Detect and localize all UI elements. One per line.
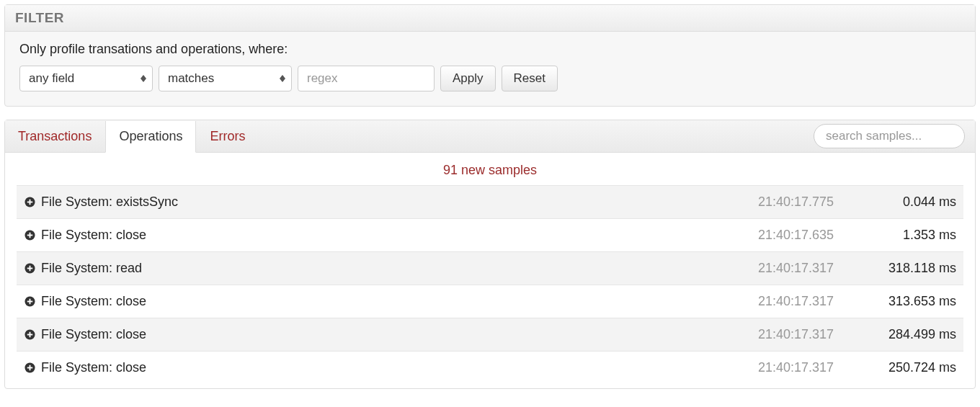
filter-field-select[interactable]: any field bbox=[19, 66, 153, 91]
search-samples-input[interactable] bbox=[814, 124, 965, 148]
expand-icon[interactable] bbox=[24, 263, 35, 274]
operation-row[interactable]: File System: close 21:40:17.317 250.724 … bbox=[17, 351, 963, 384]
filter-match-value: matches bbox=[168, 71, 214, 86]
expand-icon[interactable] bbox=[24, 197, 35, 208]
expand-icon[interactable] bbox=[24, 329, 35, 341]
operation-name: File System: close bbox=[41, 228, 726, 243]
operation-timestamp: 21:40:17.317 bbox=[726, 327, 855, 342]
tab-errors[interactable]: Errors bbox=[196, 121, 259, 152]
operation-duration: 1.353 ms bbox=[855, 228, 956, 243]
svg-rect-12 bbox=[29, 266, 30, 272]
filter-description: Only profile transations and operations,… bbox=[19, 42, 961, 57]
new-samples-banner[interactable]: 91 new samples bbox=[5, 153, 975, 185]
operation-timestamp: 21:40:17.775 bbox=[726, 194, 855, 210]
filter-panel: FILTER Only profile transations and oper… bbox=[4, 4, 976, 107]
filter-panel-body: Only profile transations and operations,… bbox=[5, 32, 975, 106]
operation-row[interactable]: File System: existsSync 21:40:17.775 0.0… bbox=[17, 185, 963, 218]
operation-name: File System: existsSync bbox=[41, 194, 726, 210]
filter-field-value: any field bbox=[29, 71, 74, 86]
filter-row: any field matches Apply Reset bbox=[19, 66, 961, 91]
tabs-bar: Transactions Operations Errors bbox=[5, 120, 975, 153]
svg-rect-18 bbox=[29, 332, 30, 338]
filter-match-select[interactable]: matches bbox=[159, 66, 292, 91]
operation-duration: 250.724 ms bbox=[855, 360, 956, 375]
operation-name: File System: close bbox=[41, 327, 726, 342]
svg-rect-15 bbox=[29, 299, 30, 305]
operation-name: File System: close bbox=[41, 360, 726, 375]
expand-icon[interactable] bbox=[24, 230, 35, 241]
results-panel: Transactions Operations Errors 91 new sa… bbox=[4, 120, 976, 389]
operation-row[interactable]: File System: close 21:40:17.635 1.353 ms bbox=[17, 218, 963, 251]
expand-icon[interactable] bbox=[24, 296, 35, 308]
operations-list: File System: existsSync 21:40:17.775 0.0… bbox=[5, 185, 975, 388]
operation-name: File System: close bbox=[41, 294, 726, 309]
tab-transactions[interactable]: Transactions bbox=[5, 121, 105, 152]
expand-icon[interactable] bbox=[24, 362, 35, 374]
filter-panel-title: FILTER bbox=[5, 5, 975, 32]
svg-rect-9 bbox=[29, 233, 30, 238]
operation-timestamp: 21:40:17.317 bbox=[726, 360, 855, 375]
svg-rect-21 bbox=[29, 365, 30, 371]
operation-name: File System: read bbox=[41, 261, 726, 276]
operation-duration: 0.044 ms bbox=[855, 194, 956, 210]
operation-duration: 313.653 ms bbox=[855, 294, 956, 309]
select-arrows-icon bbox=[141, 75, 146, 82]
operation-duration: 318.118 ms bbox=[855, 261, 956, 276]
filter-regex-input[interactable] bbox=[298, 66, 435, 91]
apply-button[interactable]: Apply bbox=[440, 66, 496, 91]
reset-button[interactable]: Reset bbox=[502, 66, 558, 91]
operation-row[interactable]: File System: close 21:40:17.317 284.499 … bbox=[17, 318, 963, 351]
operation-row[interactable]: File System: close 21:40:17.317 313.653 … bbox=[17, 285, 963, 318]
operation-timestamp: 21:40:17.635 bbox=[726, 228, 855, 243]
svg-rect-6 bbox=[29, 200, 30, 205]
operation-duration: 284.499 ms bbox=[855, 327, 956, 342]
operation-timestamp: 21:40:17.317 bbox=[726, 261, 855, 276]
operation-row[interactable]: File System: read 21:40:17.317 318.118 m… bbox=[17, 251, 963, 285]
select-arrows-icon bbox=[280, 75, 285, 82]
svg-marker-3 bbox=[280, 79, 285, 82]
svg-marker-1 bbox=[141, 79, 146, 82]
tab-operations[interactable]: Operations bbox=[105, 121, 196, 153]
operation-timestamp: 21:40:17.317 bbox=[726, 294, 855, 309]
